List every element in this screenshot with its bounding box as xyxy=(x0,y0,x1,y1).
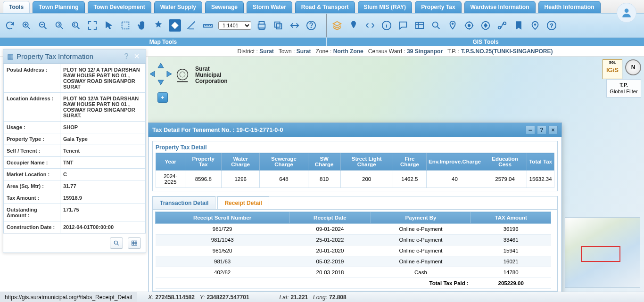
modal-help-icon[interactable]: ? xyxy=(537,126,546,134)
full-extent-icon[interactable] xyxy=(86,19,99,32)
panel-help-icon[interactable]: ? xyxy=(121,52,132,61)
svg-rect-7 xyxy=(275,22,280,27)
modal-header[interactable]: Tax Detail For Tenement No. : 19-C-15-27… xyxy=(149,123,561,137)
target-icon[interactable] xyxy=(463,19,475,32)
table-row: Area (Sq. Mtr) :31.77 xyxy=(4,180,146,192)
field-label: Usage : xyxy=(4,122,60,133)
table-row: 981/104325-01-2022Online e-Payment33461 xyxy=(156,235,551,245)
table-row: Usage :SHOP xyxy=(4,122,146,133)
chat-icon[interactable] xyxy=(397,19,409,32)
svg-rect-8 xyxy=(276,24,281,29)
pan-icon[interactable] xyxy=(136,19,148,32)
zoom-next-icon[interactable] xyxy=(70,19,82,32)
zoom-in-icon[interactable] xyxy=(20,19,33,32)
svg-point-13 xyxy=(433,22,438,27)
table-row: Property Type :Gala Type xyxy=(4,133,146,145)
receipt-grid: Receipt Scroll NumberReceipt DatePayment… xyxy=(155,212,551,289)
marker-icon[interactable] xyxy=(446,19,459,32)
clear-icon[interactable] xyxy=(152,19,165,32)
section-title: Property Tax Detail xyxy=(156,144,554,151)
zoom-prev-icon[interactable] xyxy=(53,19,66,32)
search-icon[interactable] xyxy=(430,19,442,32)
modal-minimize-icon[interactable]: ‒ xyxy=(526,126,535,134)
gis-help-icon[interactable]: ? xyxy=(545,19,558,32)
total-row: Total Tax Paid :205229.00 xyxy=(156,278,551,289)
field-value: Tenent xyxy=(60,145,146,157)
help-icon[interactable] xyxy=(305,19,317,32)
overview-map[interactable] xyxy=(565,217,640,288)
table-row: Outstanding Amount :171.75 xyxy=(4,204,146,221)
col-header: Education Cess xyxy=(483,153,527,171)
detail-tabs: Transaction Detail Receipt Detail xyxy=(153,196,557,210)
status-url: https://gis.suratmunicipal.org/#tabs_Rec… xyxy=(0,292,137,302)
map-canvas[interactable]: + SuratMunicipalCorporation SGLIGiS N T.… xyxy=(148,57,644,292)
tab-water-supply[interactable]: Water Supply xyxy=(154,1,202,13)
field-value: TNT xyxy=(60,157,146,169)
tp-global-filter[interactable]: T.P.Global Filter xyxy=(606,79,641,98)
svg-point-4 xyxy=(73,22,78,27)
field-value: Gala Type xyxy=(60,133,146,145)
zoom-out-icon[interactable] xyxy=(37,19,49,32)
layers-tool-icon[interactable] xyxy=(272,19,284,32)
panel-grid-button[interactable] xyxy=(128,237,141,249)
table-row: 2024-20258596.812966488102001462.5402579… xyxy=(156,171,554,188)
stream-icon[interactable] xyxy=(364,19,376,32)
tab-wardwise-information[interactable]: Wardwise Information xyxy=(464,1,536,13)
north-arrow-icon: N xyxy=(625,59,641,75)
tab-sewerage[interactable]: Sewerage xyxy=(205,1,244,13)
panel-close-icon[interactable]: × xyxy=(132,51,142,62)
zoom-in-button[interactable]: + xyxy=(157,92,168,103)
bookmark-icon[interactable] xyxy=(512,19,525,32)
field-label: Area (Sq. Mtr) : xyxy=(4,180,60,192)
table-icon[interactable] xyxy=(413,19,426,32)
goto-icon[interactable] xyxy=(479,19,492,32)
tab-slum-mis-ray-[interactable]: Slum MIS (RAY) xyxy=(358,1,413,13)
svg-point-21 xyxy=(114,241,117,244)
measure-tool-icon[interactable] xyxy=(169,19,181,32)
pointer-icon[interactable] xyxy=(103,19,115,32)
table-row: 402/8220-03-2018Cash14780 xyxy=(156,267,551,278)
modal-close-icon[interactable]: × xyxy=(548,126,558,134)
col-header: Fire Charge xyxy=(393,153,426,171)
route-icon[interactable] xyxy=(496,19,508,32)
table-row: Location Address :PLOT NO 12/A TAPI DARS… xyxy=(4,93,146,122)
tab-tools[interactable]: Tools xyxy=(3,1,30,13)
tab-storm-water[interactable]: Storm Water xyxy=(247,1,292,13)
panel-search-button[interactable] xyxy=(110,237,123,249)
tab-health-information[interactable]: Health Information xyxy=(538,1,601,13)
pin-tool-icon[interactable] xyxy=(347,19,360,32)
tab-town-development[interactable]: Town Development xyxy=(88,1,151,13)
gis-tools-label: GIS Tools xyxy=(327,38,644,46)
tab-property-tax[interactable]: Property Tax xyxy=(415,1,461,13)
tab-transaction-detail[interactable]: Transaction Detail xyxy=(153,196,215,209)
pan-compass[interactable] xyxy=(149,62,173,87)
table-row: 981/6305-02-2019Online e-Payment16021 xyxy=(156,256,551,267)
tab-town-planning[interactable]: Town Planning xyxy=(33,1,84,13)
svg-rect-22 xyxy=(132,241,137,245)
col-header: Property Tax xyxy=(185,153,222,171)
locate-icon[interactable] xyxy=(529,19,541,32)
ruler-icon[interactable] xyxy=(202,19,214,32)
toolbar: 1:1401 ? xyxy=(0,13,644,38)
col-header: TAX Amount xyxy=(471,212,551,224)
measure-line-icon[interactable] xyxy=(185,19,198,32)
field-value: 171.75 xyxy=(60,204,146,221)
select-rect-icon[interactable] xyxy=(119,19,132,32)
field-label: Outstanding Amount : xyxy=(4,204,60,221)
field-value: 2012-04-01T00:00:00 xyxy=(60,221,146,233)
panel-title: Property Tax Information xyxy=(17,52,93,60)
swipe-icon[interactable] xyxy=(289,19,301,32)
tab-road-transport[interactable]: Road & Transport xyxy=(295,1,355,13)
col-header: Street Light Charge xyxy=(340,153,393,171)
field-value: PLOT NO 12/ A TAPI DARSHAN RAW HOUSE PAR… xyxy=(60,64,146,93)
tab-receipt-detail[interactable]: Receipt Detail xyxy=(217,196,269,209)
info-icon[interactable] xyxy=(380,19,393,32)
table-row: Occupier Name :TNT xyxy=(4,157,146,169)
refresh-icon[interactable] xyxy=(4,19,16,32)
layers-icon[interactable] xyxy=(331,19,343,32)
scale-select[interactable]: 1:1401 xyxy=(218,21,251,30)
user-avatar[interactable] xyxy=(617,3,636,23)
print-icon[interactable] xyxy=(256,19,268,32)
map-tools-group: 1:1401 xyxy=(0,14,327,37)
col-header: Receipt Date xyxy=(289,212,371,224)
